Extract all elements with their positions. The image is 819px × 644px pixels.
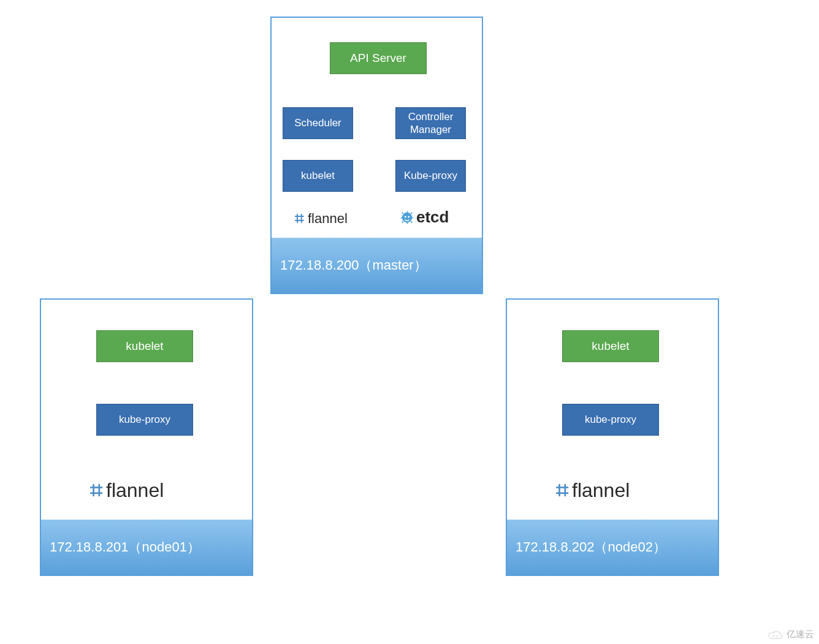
master-body: API Server Scheduler ControllerManager k…	[272, 18, 482, 238]
node01-footer: 172.18.8.201（node01）	[41, 520, 252, 575]
flannel-logo: ⌗ flannel	[556, 477, 630, 503]
watermark-text: 亿速云	[787, 629, 814, 640]
flannel-text: flannel	[106, 479, 164, 502]
controller-manager-box: ControllerManager	[395, 107, 466, 139]
node02-footer: 172.18.8.202（node02）	[507, 520, 718, 575]
flannel-text: flannel	[572, 479, 630, 502]
cloud-icon	[768, 630, 784, 640]
master-node: API Server Scheduler ControllerManager k…	[270, 17, 483, 294]
master-footer: 172.18.8.200（master）	[272, 238, 482, 293]
node02-label: 172.18.8.202（node02）	[516, 538, 666, 556]
scheduler-box: Scheduler	[283, 107, 353, 139]
flannel-icon: ⌗	[295, 209, 304, 228]
flannel-icon: ⌗	[556, 477, 568, 503]
svg-point-2	[408, 216, 410, 218]
flannel-logo: ⌗ flannel	[295, 209, 348, 228]
etcd-icon	[400, 211, 414, 224]
master-label: 172.18.8.200（master）	[280, 256, 427, 275]
watermark: 亿速云	[768, 629, 814, 640]
kube-proxy-box: Kube-proxy	[395, 160, 466, 192]
kube-proxy-box: kube-proxy	[562, 404, 659, 436]
kube-proxy-box: kube-proxy	[96, 404, 193, 436]
node01-node: kubelet kube-proxy ⌗ flannel 172.18.8.20…	[40, 298, 253, 576]
svg-point-4	[777, 635, 779, 637]
kubelet-box: kubelet	[96, 330, 193, 362]
node01-label: 172.18.8.201（node01）	[50, 538, 200, 556]
flannel-icon: ⌗	[90, 477, 102, 503]
kubelet-box: kubelet	[283, 160, 353, 192]
etcd-text: etcd	[416, 208, 449, 227]
node02-node: kubelet kube-proxy ⌗ flannel 172.18.8.20…	[506, 298, 719, 576]
kubelet-box: kubelet	[562, 330, 659, 362]
node01-body: kubelet kube-proxy ⌗ flannel	[41, 300, 252, 520]
api-server-box: API Server	[330, 42, 427, 74]
node02-body: kubelet kube-proxy ⌗ flannel	[507, 300, 718, 520]
flannel-text: flannel	[308, 211, 348, 227]
flannel-logo: ⌗ flannel	[90, 477, 164, 503]
svg-point-1	[405, 216, 406, 218]
etcd-logo: etcd	[400, 208, 449, 227]
svg-point-3	[773, 635, 775, 637]
